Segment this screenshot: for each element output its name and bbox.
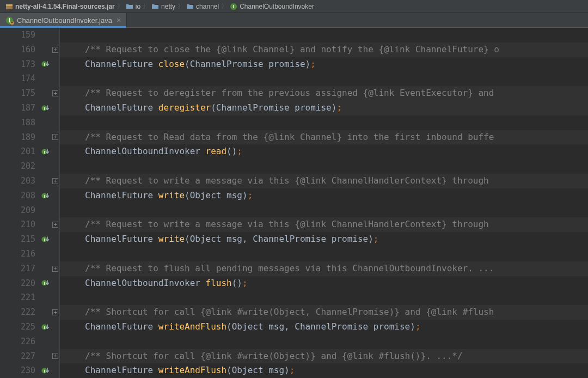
breadcrumb: netty-all-4.1.54.Final-sources.jar 〉 io … [0, 0, 588, 13]
code-line[interactable]: ChannelFuture write(Object msg, ChannelP… [60, 232, 588, 247]
line-number: 221 [21, 290, 35, 305]
has-implementations-icon[interactable]: I [41, 323, 50, 331]
breadcrumb-jar-label: netty-all-4.1.54.Final-sources.jar [15, 3, 115, 10]
code-area[interactable]: /** Request to close the {@link Channel}… [60, 28, 588, 378]
breadcrumb-sep: 〉 [177, 2, 184, 11]
code-line[interactable]: ChannelFuture write(Object msg); [60, 188, 588, 203]
code-line[interactable] [60, 115, 588, 130]
editor-tab-label: ChannelOutboundInvoker.java [17, 16, 112, 25]
line-number: 215 [21, 232, 35, 247]
svg-text:I: I [44, 193, 45, 198]
line-number: 209 [21, 203, 35, 218]
fold-expand-icon[interactable]: + [52, 353, 58, 359]
code-line[interactable]: /** Request to write a message via this … [60, 174, 588, 188]
line-number: 216 [21, 247, 35, 261]
has-implementations-icon[interactable]: I [41, 148, 50, 156]
interface-icon: I [5, 16, 14, 25]
has-implementations-icon[interactable]: I [41, 104, 50, 112]
code-line[interactable]: ChannelOutboundInvoker flush(); [60, 276, 588, 291]
fold-expand-icon[interactable]: + [52, 222, 58, 228]
has-implementations-icon[interactable]: I [41, 279, 50, 287]
folder-icon [186, 3, 194, 10]
code-line[interactable] [60, 290, 588, 305]
fold-expand-icon[interactable]: + [52, 266, 58, 272]
code-line[interactable]: /** Shortcut for call {@link #write(Obje… [60, 349, 588, 364]
line-number: 227 [21, 349, 35, 364]
line-number: 188 [21, 115, 35, 130]
folder-icon [151, 3, 159, 10]
code-line[interactable]: /** Request to flush all pending message… [60, 261, 588, 276]
folder-icon [126, 3, 133, 10]
fold-column: ++++++++ [52, 28, 58, 378]
fold-expand-icon[interactable]: + [52, 309, 58, 315]
code-line[interactable]: ChannelFuture deregister(ChannelPromise … [60, 101, 588, 115]
close-icon[interactable]: × [117, 16, 121, 24]
breadcrumb-class-label: ChannelOutboundInvoker [240, 3, 314, 10]
line-number: 189 [21, 130, 35, 145]
svg-text:I: I [44, 106, 45, 111]
breadcrumb-pkg-channel[interactable]: channel [184, 3, 221, 10]
code-line[interactable] [60, 28, 588, 42]
code-line[interactable]: /** Request to deregister from the previ… [60, 86, 588, 101]
line-number: 187 [21, 101, 35, 115]
breadcrumb-io-label: io [136, 3, 140, 10]
svg-text:I: I [44, 62, 45, 67]
svg-text:I: I [44, 369, 45, 374]
line-number: 208 [21, 188, 35, 203]
svg-rect-1 [6, 4, 13, 6]
svg-text:I: I [233, 4, 235, 9]
code-line[interactable]: ChannelFuture writeAndFlush(Object msg, … [60, 320, 588, 334]
line-number: 225 [21, 320, 35, 334]
code-editor[interactable]: 1591601731741751871881892012022032082092… [0, 28, 588, 378]
fold-expand-icon[interactable]: + [52, 134, 58, 140]
code-line[interactable]: /** Request to write a message via this … [60, 217, 588, 232]
line-number: 202 [21, 159, 35, 174]
has-implementations-icon[interactable]: I [41, 235, 50, 243]
code-line[interactable] [60, 247, 588, 261]
editor-tabbar: I ChannelOutboundInvoker.java × [0, 13, 588, 28]
line-number: 210 [21, 217, 35, 232]
code-line[interactable] [60, 334, 588, 349]
line-number: 175 [21, 86, 35, 101]
svg-text:I: I [44, 237, 45, 242]
line-number: 174 [21, 71, 35, 86]
breadcrumb-sep: 〉 [221, 2, 228, 11]
editor-tab[interactable]: I ChannelOutboundInvoker.java × [0, 13, 127, 27]
editor-gutter: 1591601731741751871881892012022032082092… [0, 28, 60, 378]
fold-expand-icon[interactable]: + [52, 90, 58, 96]
line-number: 159 [21, 28, 35, 42]
breadcrumb-pkg-io[interactable]: io [124, 3, 143, 10]
breadcrumb-sep: 〉 [117, 2, 124, 11]
code-line[interactable]: ChannelOutboundInvoker read(); [60, 144, 588, 159]
gutter-icon-column: IIIIIIII [41, 28, 50, 378]
code-line[interactable]: ChannelFuture writeAndFlush(Object msg); [60, 363, 588, 378]
code-line[interactable]: ChannelFuture close(ChannelPromise promi… [60, 57, 588, 72]
breadcrumb-jar[interactable]: netty-all-4.1.54.Final-sources.jar [3, 3, 117, 10]
line-number: 203 [21, 174, 35, 188]
line-number: 173 [21, 57, 35, 72]
breadcrumb-class[interactable]: I ChannelOutboundInvoker [228, 3, 316, 10]
fold-expand-icon[interactable]: + [52, 178, 58, 184]
code-line[interactable]: /** Request to close the {@link Channel}… [60, 42, 588, 57]
line-number: 226 [21, 334, 35, 349]
code-line[interactable]: /** Shortcut for call {@link #write(Obje… [60, 305, 588, 320]
code-line[interactable] [60, 71, 588, 86]
line-number: 217 [21, 261, 35, 276]
interface-icon: I [230, 3, 237, 10]
code-line[interactable] [60, 159, 588, 174]
line-number-column: 1591601731741751871881892012022032082092… [21, 28, 35, 378]
line-number: 222 [21, 305, 35, 320]
has-implementations-icon[interactable]: I [41, 367, 50, 375]
has-implementations-icon[interactable]: I [41, 60, 50, 68]
fold-expand-icon[interactable]: + [52, 47, 58, 53]
svg-text:I: I [44, 281, 45, 286]
code-line[interactable] [60, 203, 588, 218]
breadcrumb-channel-label: channel [196, 3, 219, 10]
breadcrumb-pkg-netty[interactable]: netty [149, 3, 177, 10]
has-implementations-icon[interactable]: I [41, 192, 50, 200]
line-number: 220 [21, 276, 35, 291]
code-line[interactable]: /** Request to Read data from the {@link… [60, 130, 588, 145]
breadcrumb-sep: 〉 [143, 2, 149, 11]
line-number: 201 [21, 144, 35, 159]
line-number: 160 [21, 42, 35, 57]
